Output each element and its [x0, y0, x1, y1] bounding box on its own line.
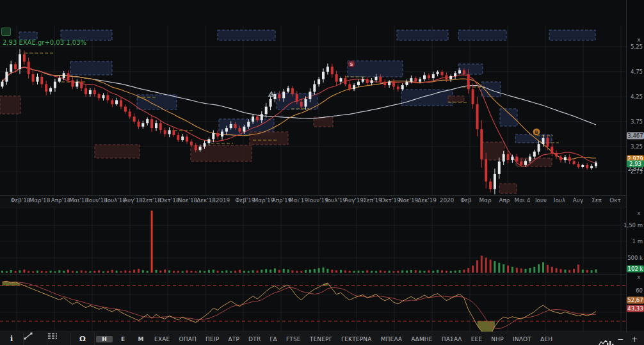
- price-panel[interactable]: CSB 2,93 EXAE.gr+0,03 1,03%: [0, 0, 626, 195]
- panel-close-button[interactable]: x: [636, 274, 642, 280]
- axis-tick-label: 1 m: [632, 238, 643, 245]
- time-axis-label: 2020: [440, 197, 454, 204]
- zoom-out-button[interactable]: −: [613, 335, 627, 344]
- axis-tick-label: 1,50 m: [624, 222, 643, 229]
- timeframe-group: ΗΕΜ: [95, 332, 150, 345]
- info-button[interactable]: i: [0, 332, 24, 345]
- legend-change: +0,03: [44, 39, 64, 46]
- ticker-button-ΠΕΙΡ[interactable]: ΠΕΙΡ: [201, 332, 223, 345]
- time-axis-label: Μαι 4: [515, 197, 531, 204]
- ticker-button-ΟΠΑΠ[interactable]: ΟΠΑΠ: [175, 332, 202, 345]
- zoom-in-button[interactable]: +: [627, 335, 641, 344]
- time-axis-label: Φεβ: [460, 197, 471, 204]
- axis-tick-label: 4,25: [631, 93, 643, 100]
- axis-price-badge: 3,467: [627, 132, 644, 140]
- time-axis-label: Ιουλ'19: [326, 197, 346, 204]
- legend-symbol: EXAE.gr: [19, 39, 44, 46]
- axis-price-badge: 102 k: [627, 266, 644, 273]
- time-axis-label: Μαρ'18: [29, 197, 51, 204]
- axis-price-badge: 2,93: [627, 161, 644, 168]
- axis-tick-label: 3,25: [631, 143, 643, 150]
- time-axis-label: Ιουλ: [554, 197, 565, 204]
- axis-tick-label: 500 k: [627, 255, 643, 261]
- timeframe-button-Η[interactable]: Η: [96, 336, 113, 342]
- time-axis-label: Οκτ'18: [159, 197, 179, 204]
- time-axis-label: Νοε'19: [399, 197, 418, 204]
- panel-close-button[interactable]: x: [636, 36, 642, 43]
- panel-close-button[interactable]: x: [636, 210, 642, 216]
- time-axis-label: Ιουν'19: [308, 197, 328, 204]
- indicators-button[interactable]: [47, 332, 71, 345]
- time-axis-label: Ιουν: [535, 197, 547, 204]
- ticker-button-ΓΕΚΤΕΡΝΑ[interactable]: ΓΕΚΤΕΡΝΑ: [337, 332, 376, 345]
- ticker-button-ΓΔ[interactable]: ΓΔ: [265, 332, 282, 345]
- timeframe-button-Μ[interactable]: Μ: [132, 336, 150, 342]
- time-axis-label: Οκτ: [609, 197, 620, 204]
- legend-last-price: 2,93: [3, 39, 17, 46]
- time-axis-label: Μαι'19: [289, 197, 308, 204]
- omega-button[interactable]: Ω: [71, 332, 95, 345]
- time-axis-label: Σεπ'18: [142, 197, 161, 204]
- ticker-group: ΕΧΑΕΟΠΑΠΠΕΙΡΔΤΡDTRΓΔFTSEΤΕΝΕΡΓΓΕΚΤΕΡΝΑΜΠ…: [150, 332, 557, 345]
- timeframe-button-Ε[interactable]: Ε: [114, 336, 132, 342]
- axis-price-badge: 52,67: [627, 297, 644, 304]
- ticker-button-ΑΔΜΗΕ[interactable]: ΑΔΜΗΕ: [407, 332, 437, 345]
- ticker-button-ΕΧΑΕ[interactable]: ΕΧΑΕ: [150, 332, 175, 345]
- trendline-button[interactable]: [24, 332, 47, 345]
- bottom-toolbar: iΩ ΗΕΜ ΕΧΑΕΟΠΑΠΠΕΙΡΔΤΡDTRΓΔFTSEΤΕΝΕΡΓΓΕΚ…: [0, 332, 644, 345]
- time-axis-label: Οκτ'19: [380, 197, 400, 204]
- volume-panel[interactable]: 102 k Volume: [0, 206, 626, 274]
- axis-tick-label: 3,75: [631, 118, 643, 125]
- time-axis-label: Σεπ'19: [363, 197, 382, 204]
- volume-chart-canvas[interactable]: [0, 206, 626, 274]
- ticker-button-FTSE[interactable]: FTSE: [282, 332, 305, 345]
- ticker-button-ΜΠΕΛΑ[interactable]: ΜΠΕΛΑ: [376, 332, 407, 345]
- svg-text:B: B: [535, 130, 538, 135]
- rsi-chart-canvas[interactable]: [0, 275, 626, 332]
- time-axis-label: Δεκ'18: [197, 197, 216, 204]
- time-axis-label: Νοε'18: [178, 197, 197, 204]
- toolbar-left-group: iΩ: [0, 332, 95, 345]
- price-chart-canvas[interactable]: CSB: [0, 0, 626, 195]
- ticker-button-ΝΗΡ[interactable]: ΝΗΡ: [487, 332, 508, 345]
- time-axis-label: Μαι'18: [69, 197, 88, 204]
- time-axis-label: Φεβ'18: [11, 197, 31, 204]
- time-axis-label: Μαρ: [479, 197, 492, 204]
- time-axis-label: Απρ: [499, 197, 510, 204]
- ticker-button-ΕΕΕ[interactable]: ΕΕΕ: [467, 332, 487, 345]
- axis-price-badge: 43,33: [627, 305, 644, 312]
- zoom-out-icon: −: [617, 335, 624, 344]
- ticker-button-ΤΕΝΕΡΓ[interactable]: ΤΕΝΕΡΓ: [305, 332, 337, 345]
- time-axis-label: Μαρ'19: [254, 197, 275, 204]
- legend-change-pct: 1,03%: [66, 39, 86, 46]
- time-axis-label: Αυγ'19: [344, 197, 364, 204]
- ticker-button-ΠΑΣΑΛ[interactable]: ΠΑΣΑΛ: [437, 332, 467, 345]
- svg-text:S: S: [350, 62, 353, 67]
- ticker-button-ΙΝΛΟΤ[interactable]: ΙΝΛΟΤ: [508, 332, 536, 345]
- time-axis-label: 2019: [216, 197, 230, 204]
- time-axis-label: Δεκ'19: [417, 197, 437, 204]
- legend-toggle-button[interactable]: [1, 28, 11, 36]
- time-axis-label: Αυγ: [573, 197, 583, 204]
- time-axis-label: Φεβ'19: [236, 197, 255, 204]
- svg-text:C: C: [270, 93, 273, 97]
- time-axis-label: Απρ'18: [51, 197, 71, 204]
- ticker-button-ΔΤΡ[interactable]: ΔΤΡ: [223, 332, 244, 345]
- ticker-button-ΔΕΗ[interactable]: ΔΕΗ: [536, 332, 557, 345]
- axis-tick-label: 4,75: [631, 68, 643, 75]
- omega-icon: Ω: [79, 335, 86, 343]
- time-axis-label: Ιουν'18: [87, 197, 108, 204]
- zoom-in-icon: +: [631, 335, 638, 344]
- time-axis-label: Αυγ'18: [124, 197, 143, 204]
- chart-application: CSB 2,93 EXAE.gr+0,03 1,03% Φεβ'18Μαρ'18…: [0, 0, 644, 345]
- info-icon: i: [10, 335, 13, 343]
- axis-tick-label: 5,25: [631, 44, 643, 50]
- ticker-button-DTR[interactable]: DTR: [244, 332, 265, 345]
- time-axis-label: Σεπ: [592, 197, 602, 204]
- toolbar-right-group: −+: [598, 332, 644, 345]
- price-scale[interactable]: 5,254,754,253,753,252,751,50 m1 m500 k60…: [626, 0, 644, 332]
- axis-tick-label: 60: [636, 287, 643, 294]
- price-legend: 2,93 EXAE.gr+0,03 1,03%: [3, 39, 86, 46]
- rsi-panel[interactable]: 52,67 RSI(14): [0, 274, 626, 332]
